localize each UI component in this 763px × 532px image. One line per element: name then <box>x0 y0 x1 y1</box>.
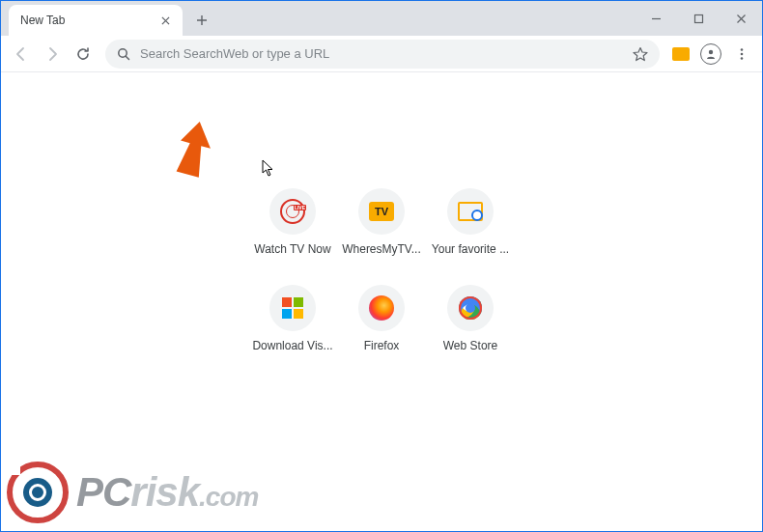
shortcut-label: Watch TV Now <box>254 242 330 256</box>
tv-badge-icon: TV <box>358 188 405 235</box>
back-button[interactable] <box>7 40 36 69</box>
svg-point-3 <box>741 48 744 51</box>
browser-tab[interactable]: New Tab <box>9 5 183 36</box>
tab-title: New Tab <box>20 14 157 27</box>
fav-tile-icon <box>447 188 494 235</box>
shortcut-tile[interactable]: Watch TV Now <box>248 188 337 256</box>
forward-button[interactable] <box>38 40 67 69</box>
ff-tile-icon <box>358 285 405 331</box>
window-controls <box>635 1 762 36</box>
minimize-button[interactable] <box>635 1 677 36</box>
shortcut-label: Download Vis... <box>252 339 332 352</box>
ws-tile-icon <box>447 285 494 331</box>
shortcut-tile[interactable]: Download Vis... <box>248 285 337 352</box>
svg-point-5 <box>741 57 744 60</box>
shortcut-tile[interactable]: Web Store <box>426 285 515 352</box>
new-tab-button[interactable] <box>188 7 215 34</box>
pcrisk-watermark: PCrisk.com <box>7 462 258 523</box>
maximize-button[interactable] <box>677 1 720 36</box>
extension-button[interactable] <box>667 41 694 68</box>
profile-avatar-button[interactable] <box>696 40 725 69</box>
bookmark-star-icon[interactable] <box>633 46 648 62</box>
close-tab-icon[interactable] <box>157 13 173 28</box>
kebab-menu-button[interactable] <box>727 40 756 69</box>
new-tab-page: Watch TV NowTVWheresMyTV...Your favorite… <box>1 72 762 531</box>
svg-rect-0 <box>694 14 702 22</box>
shortcut-tile[interactable]: Firefox <box>337 285 426 352</box>
shortcut-tile[interactable]: Your favorite ... <box>426 188 515 256</box>
browser-toolbar <box>1 36 762 72</box>
cursor-icon <box>262 159 275 181</box>
watermark-text: PCrisk.com <box>76 469 258 516</box>
svg-point-2 <box>709 49 713 53</box>
shortcut-label: Web Store <box>443 339 497 352</box>
reload-button[interactable] <box>69 40 98 69</box>
globe-live-icon <box>269 188 316 235</box>
shortcut-label: WheresMyTV... <box>342 242 421 256</box>
svg-point-4 <box>741 52 744 55</box>
extension-icon <box>672 47 690 61</box>
shortcut-label: Your favorite ... <box>432 242 509 256</box>
arrow-annotation <box>163 121 221 192</box>
shortcuts-grid: Watch TV NowTVWheresMyTV...Your favorite… <box>248 188 515 352</box>
search-icon <box>117 47 130 61</box>
omnibox-input[interactable] <box>140 46 623 61</box>
shortcut-label: Firefox <box>364 339 400 352</box>
window-titlebar: New Tab <box>1 1 762 36</box>
avatar-icon <box>700 43 721 65</box>
ms-tile-icon <box>269 285 316 331</box>
address-bar[interactable] <box>105 40 660 69</box>
watermark-logo-icon <box>7 462 69 523</box>
close-window-button[interactable] <box>720 1 762 36</box>
shortcut-tile[interactable]: TVWheresMyTV... <box>337 188 426 256</box>
